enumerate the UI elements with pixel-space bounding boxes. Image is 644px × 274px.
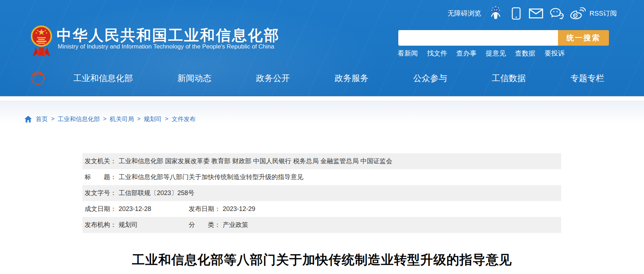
utility-bar: 无障碍浏览: [0, 6, 644, 21]
doc-value: 产业政策: [223, 221, 248, 228]
breadcrumb: 首页 > 工业和信息化部 > 机关司局 > 规划司 > 文件发布: [24, 114, 196, 124]
accessibility-link[interactable]: 无障碍浏览: [448, 6, 481, 21]
crumb-documents[interactable]: 文件发布: [172, 115, 196, 123]
doc-row-dates: 成文日期：2023-12-28 发布日期：2023-12-29: [82, 201, 561, 217]
nav-item-disclosure[interactable]: 政务公开: [256, 73, 290, 84]
doc-row-ref-number: 发文字号：工信部联规〔2023〕258号: [82, 185, 561, 201]
nav-item-public[interactable]: 公众参与: [413, 73, 447, 84]
document-info-table: 发文机关：工业和信息化部 国家发展改革委 教育部 财政部 中国人民银行 税务总局…: [82, 153, 561, 233]
robot-assistant-icon[interactable]: [490, 6, 501, 22]
nav-item-services[interactable]: 政务服务: [335, 73, 369, 84]
quick-link-services[interactable]: 查办事: [456, 49, 477, 58]
doc-row-title: 标 题：工业和信息化部等八部门关于加快传统制造业转型升级的指导意见: [82, 169, 561, 185]
article-title: 工业和信息化部等八部门关于加快传统制造业转型升级的指导意见: [0, 251, 644, 269]
doc-label: 发布日期：: [189, 205, 221, 212]
doc-value: 2023-12-28: [119, 205, 151, 212]
doc-label: 发文机关：: [85, 158, 116, 165]
crumb-planning[interactable]: 规划司: [144, 115, 162, 123]
mail-icon[interactable]: [529, 8, 543, 20]
quick-link-files[interactable]: 找文件: [427, 49, 447, 58]
crumb-bureaus[interactable]: 机关司局: [110, 115, 134, 123]
weibo-icon[interactable]: [570, 7, 586, 21]
search-button[interactable]: 统一搜索: [558, 30, 609, 46]
national-emblem-icon: [30, 20, 52, 58]
doc-label: 分 类：: [189, 221, 221, 228]
crumb-separator: >: [137, 115, 141, 122]
nav-item-data[interactable]: 工信数据: [492, 73, 526, 84]
quick-link-complaint[interactable]: 要投诉: [545, 49, 565, 58]
page: 无障碍浏览: [0, 0, 644, 274]
doc-value: 规划司: [119, 221, 138, 228]
main-nav: 工业和信息化部 新闻动态 政务公开 政务服务 公众参与 工信数据 专题专栏: [73, 70, 604, 87]
crumb-home[interactable]: 首页: [36, 115, 48, 123]
site-subtitle: Ministry of Industry and Information Tec…: [58, 43, 274, 50]
doc-label: 发文字号：: [85, 189, 116, 196]
crumb-ministry[interactable]: 工业和信息化部: [58, 115, 100, 123]
gov-e-logo-icon: e: [30, 71, 45, 86]
crumb-separator: >: [165, 115, 169, 122]
doc-value: 工业和信息化部 国家发展改革委 教育部 财政部 中国人民银行 税务总局 金融监管…: [119, 158, 392, 165]
doc-value: 2023-12-29: [223, 205, 255, 212]
wechat-icon[interactable]: [550, 8, 564, 21]
quick-link-news[interactable]: 看新闻: [398, 49, 418, 58]
crumb-separator: >: [103, 115, 107, 122]
quick-link-data[interactable]: 查数据: [515, 49, 535, 58]
doc-row-issuing-agency: 发文机关：工业和信息化部 国家发展改革委 教育部 财政部 中国人民银行 税务总局…: [82, 153, 561, 169]
header-banner: 无障碍浏览: [0, 0, 644, 96]
site-title: 中华人民共和国工业和信息化部: [57, 25, 280, 45]
crumb-separator: >: [51, 115, 55, 122]
search-input[interactable]: [398, 30, 558, 46]
doc-label: 成文日期：: [85, 205, 116, 212]
rss-link[interactable]: RSS订阅: [589, 6, 617, 21]
quick-links: 看新闻 找文件 查办事 提意见 查数据 要投诉: [398, 49, 565, 58]
nav-item-news[interactable]: 新闻动态: [177, 73, 211, 84]
nav-item-ministry[interactable]: 工业和信息化部: [73, 73, 133, 84]
doc-value: 工信部联规〔2023〕258号: [119, 189, 194, 196]
doc-label: 发布机构：: [85, 221, 116, 228]
doc-value: 工业和信息化部等八部门关于加快传统制造业转型升级的指导意见: [119, 173, 303, 181]
mobile-icon[interactable]: [512, 7, 521, 21]
doc-label: 标 题：: [85, 173, 116, 181]
home-icon[interactable]: [24, 116, 32, 122]
doc-row-publisher: 发布机构：规划司 分 类：产业政策: [82, 217, 561, 233]
svg-text:e: e: [35, 73, 41, 84]
nav-item-special[interactable]: 专题专栏: [570, 73, 604, 84]
quick-link-feedback[interactable]: 提意见: [486, 49, 506, 58]
